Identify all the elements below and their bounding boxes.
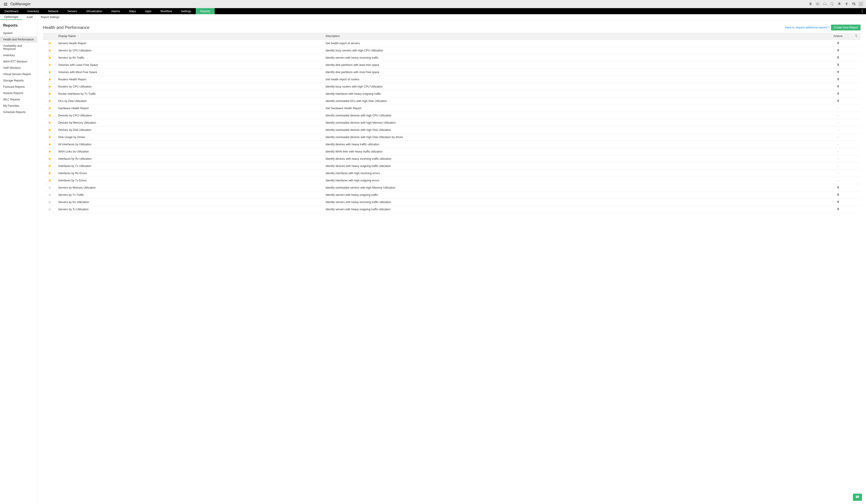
- delete-icon[interactable]: [837, 85, 840, 89]
- sidebar-item-system[interactable]: System: [0, 30, 37, 36]
- sidebar-item-my-favorites[interactable]: My Favorites: [0, 103, 37, 109]
- table-row[interactable]: ★Routers Health ReportGet health report …: [43, 76, 861, 83]
- nav-apps[interactable]: Apps: [141, 8, 156, 14]
- nav-workflow[interactable]: Workflow: [156, 8, 177, 14]
- sidebar-item-wlc-reports[interactable]: WLC Reports: [0, 96, 37, 103]
- favorite-star-icon[interactable]: ★: [48, 70, 51, 74]
- nav-overflow-icon[interactable]: [860, 8, 865, 14]
- table-row[interactable]: ☆Servers by Tx TrafficIdentify servers w…: [43, 191, 861, 198]
- search-icon[interactable]: [829, 1, 835, 7]
- favorite-star-icon[interactable]: ★: [48, 41, 51, 45]
- delete-icon[interactable]: [837, 208, 840, 211]
- col-search[interactable]: [852, 33, 861, 40]
- bell-icon[interactable]: [836, 1, 843, 7]
- nav-dashboard[interactable]: Dashboard: [0, 8, 23, 14]
- favorite-star-icon[interactable]: ★: [48, 171, 51, 175]
- table-row[interactable]: ☆Servers by Memory UtilizationIdentify o…: [43, 184, 861, 191]
- delete-icon[interactable]: [837, 100, 840, 103]
- table-row[interactable]: ★Disk Usage by DrivesIdentify overloaded…: [43, 134, 861, 141]
- subnav-report-settings[interactable]: Report Settings: [37, 14, 64, 20]
- table-row[interactable]: ★Volumes with Least Free SpaceIdentify d…: [43, 61, 861, 69]
- favorite-star-icon[interactable]: ★: [48, 92, 51, 96]
- nav-reports[interactable]: Reports: [196, 8, 215, 14]
- table-row[interactable]: ★Interfaces by Rx UtilizationIdentify de…: [43, 155, 861, 162]
- favorite-star-icon[interactable]: ★: [48, 135, 51, 139]
- headset-icon[interactable]: [822, 1, 828, 7]
- table-row[interactable]: ★All Interfaces by UtilizationIdentify d…: [43, 141, 861, 148]
- chat-fab-icon[interactable]: [853, 494, 862, 501]
- table-row[interactable]: ★Devices by Memory UtilizationIdentify o…: [43, 119, 861, 126]
- gear-icon[interactable]: [851, 1, 857, 7]
- sidebar-item-nutanix-reports[interactable]: Nutanix Reports: [0, 90, 37, 96]
- nav-settings[interactable]: Settings: [177, 8, 196, 14]
- favorite-star-icon[interactable]: ★: [48, 128, 51, 132]
- table-row[interactable]: ★Interfaces by Tx UtilizationIdentify de…: [43, 162, 861, 170]
- delete-icon[interactable]: [837, 42, 840, 45]
- subnav-audit[interactable]: Audit: [22, 14, 36, 20]
- favorite-star-icon[interactable]: ★: [48, 48, 51, 52]
- sidebar-item-storage-reports[interactable]: Storage Reports: [0, 77, 37, 84]
- sidebar-item-wan-rtt-monitors[interactable]: WAN RTT Monitors: [0, 58, 37, 65]
- delete-icon[interactable]: [837, 71, 840, 74]
- request-reports-link[interactable]: Want to request additional reports?: [785, 26, 829, 29]
- table-row[interactable]: ★Interfaces by Rx ErrorsIdentify interfa…: [43, 170, 861, 177]
- nav-alarms[interactable]: Alarms: [107, 8, 125, 14]
- favorite-star-icon[interactable]: ★: [48, 179, 51, 182]
- favorite-star-icon[interactable]: ★: [48, 84, 51, 89]
- favorite-star-icon[interactable]: ★: [48, 164, 51, 168]
- delete-icon[interactable]: [837, 92, 840, 96]
- table-row[interactable]: ★Routers by CPU UtilizationIdentify busy…: [43, 83, 861, 90]
- sidebar-item-inventory[interactable]: Inventory: [0, 52, 37, 58]
- table-row[interactable]: ★Devices by Disk UtilizationIdentify ove…: [43, 126, 861, 134]
- favorite-star-icon[interactable]: ☆: [48, 200, 51, 204]
- nav-inventory[interactable]: Inventory: [23, 8, 43, 14]
- favorite-star-icon[interactable]: ★: [48, 142, 51, 146]
- avatar[interactable]: [858, 2, 863, 7]
- favorite-star-icon[interactable]: ★: [48, 99, 51, 103]
- delete-icon[interactable]: [837, 56, 840, 59]
- table-row[interactable]: ★Volumes with Most Free SpaceIdentify di…: [43, 69, 861, 76]
- nav-servers[interactable]: Servers: [63, 8, 81, 14]
- rocket-icon[interactable]: [807, 1, 814, 7]
- favorite-star-icon[interactable]: ★: [48, 77, 51, 81]
- create-new-report-button[interactable]: Create New Report: [831, 25, 861, 31]
- table-row[interactable]: ★DCs by Disk UtilizationIdentify overloa…: [43, 98, 861, 105]
- table-row[interactable]: ☆Servers by Tx UtilizationIdentify serve…: [43, 206, 861, 213]
- nav-network[interactable]: Network: [44, 8, 63, 14]
- table-row[interactable]: ★Servers Health ReportGet health report …: [43, 40, 861, 47]
- nav-maps[interactable]: Maps: [125, 8, 141, 14]
- favorite-star-icon[interactable]: ★: [48, 121, 51, 125]
- delete-icon[interactable]: [837, 201, 840, 204]
- table-row[interactable]: ★Interfaces by Tx ErrorsIdentify interfa…: [43, 177, 861, 184]
- table-row[interactable]: ★Router Interfaces by Tx TrafficIdentify…: [43, 90, 861, 98]
- favorite-star-icon[interactable]: ★: [48, 106, 51, 110]
- favorite-star-icon[interactable]: ☆: [48, 193, 51, 197]
- sidebar-item-forecast-reports[interactable]: Forecast Reports: [0, 84, 37, 90]
- table-row[interactable]: ☆Servers by Rx UtilizationIdentify serve…: [43, 198, 861, 206]
- monitor-icon[interactable]: [814, 1, 821, 7]
- col-description[interactable]: Description: [324, 33, 824, 40]
- delete-icon[interactable]: [837, 78, 840, 81]
- sidebar-item-availability-and-response[interactable]: Availability and Response: [0, 43, 37, 52]
- sidebar-item-voip-monitors[interactable]: VoIP Monitors: [0, 65, 37, 71]
- favorite-star-icon[interactable]: ★: [48, 114, 51, 117]
- sidebar-item-virtual-servers-report[interactable]: Virtual Servers Report: [0, 71, 37, 77]
- delete-icon[interactable]: [837, 49, 840, 52]
- table-row[interactable]: ★Devices by CPU UtilizationIdentify over…: [43, 112, 861, 119]
- favorite-star-icon[interactable]: ★: [48, 150, 51, 153]
- delete-icon[interactable]: [837, 194, 840, 197]
- sidebar-item-health-and-performance[interactable]: Health and Performance: [0, 36, 37, 43]
- delete-icon[interactable]: [837, 64, 840, 67]
- subnav-opmanager[interactable]: OpManager: [0, 14, 22, 20]
- favorite-star-icon[interactable]: ★: [48, 63, 51, 67]
- favorite-star-icon[interactable]: ★: [48, 157, 51, 161]
- favorite-star-icon[interactable]: ☆: [48, 207, 51, 211]
- apps-icon[interactable]: [3, 1, 8, 7]
- table-row[interactable]: ★Servers by CPU UtilizationIdentify busy…: [43, 47, 861, 54]
- col-display-name[interactable]: Display Name: [56, 33, 324, 40]
- nav-virtualization[interactable]: Virtualization: [82, 8, 107, 14]
- plug-icon[interactable]: [843, 1, 850, 7]
- favorite-star-icon[interactable]: ☆: [48, 186, 51, 190]
- delete-icon[interactable]: [837, 186, 840, 190]
- table-row[interactable]: ★WAN Links by UtilizationIdentify WAN li…: [43, 148, 861, 155]
